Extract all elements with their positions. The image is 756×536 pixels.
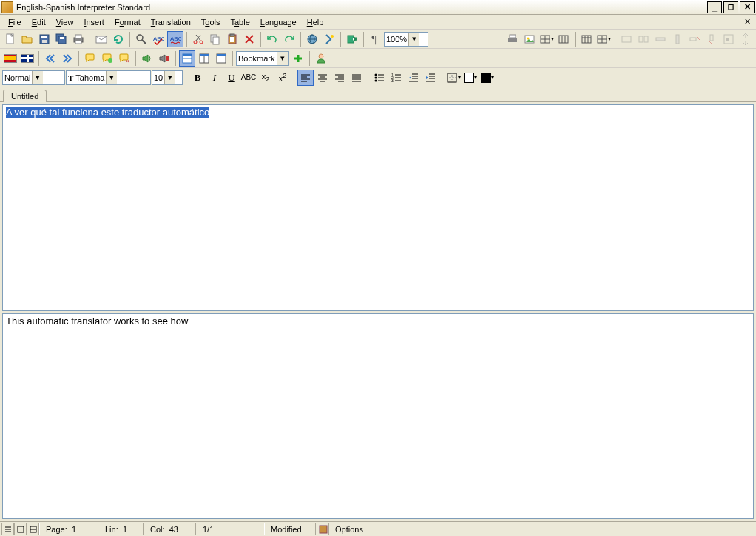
align-center-button[interactable] [314, 70, 331, 86]
svg-text:ABC: ABC [170, 36, 181, 42]
menu-translation[interactable]: Translation [146, 16, 196, 28]
skip-back-button[interactable] [42, 50, 58, 67]
font-color-button[interactable]: ▾ [479, 70, 496, 86]
superscript-button[interactable]: x2 [274, 70, 291, 86]
borders-button[interactable]: ▾ [445, 70, 462, 86]
outdent-button[interactable] [405, 70, 422, 86]
font-combo[interactable]: T Tahoma ▾ [66, 70, 151, 85]
numbering-button[interactable]: 123 [388, 70, 405, 86]
indent-button[interactable] [422, 70, 439, 86]
english-flag-button[interactable] [19, 50, 36, 67]
bullets-button[interactable] [371, 70, 388, 86]
fontsize-combo[interactable]: 10 ▾ [152, 70, 183, 85]
spanish-flag-button[interactable] [2, 50, 18, 67]
chat1-button[interactable] [82, 50, 98, 67]
copy-button[interactable] [207, 31, 223, 47]
cut-button[interactable] [190, 31, 206, 47]
target-editor[interactable]: This automatic translator works to see h… [2, 313, 754, 520]
find-button[interactable] [133, 31, 149, 47]
strikethrough-button[interactable]: ABC [240, 70, 257, 86]
status-options[interactable]: Options [329, 523, 754, 535]
close-window-button[interactable]: ✕ [740, 1, 755, 13]
autospell-button[interactable]: ABC [167, 31, 183, 47]
menu-table[interactable]: Table [225, 16, 254, 28]
svg-rect-2 [41, 36, 47, 38]
menu-view[interactable]: View [51, 16, 79, 28]
paste-button[interactable] [224, 31, 240, 47]
skip-forward-button[interactable] [59, 50, 75, 67]
svg-rect-52 [656, 38, 665, 41]
print-preview-button[interactable] [504, 31, 521, 47]
single-pane-button[interactable] [213, 50, 229, 67]
print-button[interactable] [70, 31, 87, 47]
underline-button[interactable]: U [223, 70, 240, 86]
close-document-button[interactable]: ✕ [741, 16, 753, 28]
fontsize-value: 10 [154, 73, 163, 82]
maximize-button[interactable]: ❐ [723, 1, 738, 13]
redo-button[interactable] [281, 31, 297, 47]
options-icon-button[interactable] [317, 523, 329, 535]
align-justify-button[interactable] [348, 70, 365, 86]
svg-point-94 [375, 79, 377, 81]
new-document-button[interactable] [2, 31, 18, 47]
chat2-button[interactable] [99, 50, 115, 67]
paragraph-button[interactable]: ¶ [367, 31, 383, 47]
highlight-color-button[interactable]: ▾ [462, 70, 479, 86]
source-editor[interactable]: A ver qué tal funciona este traductor au… [2, 104, 754, 311]
translate-button[interactable] [304, 31, 320, 47]
image-button[interactable] [522, 31, 538, 47]
chat3-button[interactable]: × [116, 50, 132, 67]
zoom-combo[interactable]: 100% ▾ [384, 32, 428, 47]
italic-button[interactable]: I [206, 70, 223, 86]
stop-speak-button[interactable] [156, 50, 172, 67]
menu-file[interactable]: File [3, 16, 27, 28]
open-button[interactable] [19, 31, 36, 47]
refresh-button[interactable] [110, 31, 126, 47]
svg-rect-3 [42, 40, 47, 43]
svg-rect-33 [510, 35, 516, 38]
menu-format[interactable]: Format [109, 16, 146, 28]
subscript-button[interactable]: x2 [257, 70, 274, 86]
spellcheck-button[interactable]: ABC [150, 31, 166, 47]
user-button[interactable] [313, 50, 329, 67]
align-left-button[interactable] [297, 70, 314, 86]
table-button[interactable] [578, 31, 595, 47]
merge-cells-button [618, 31, 635, 47]
split-vertical-button[interactable] [196, 50, 212, 67]
svg-rect-32 [508, 38, 517, 42]
svg-text:ABC: ABC [153, 36, 164, 42]
align-right-button[interactable] [331, 70, 348, 86]
grid2-button[interactable] [556, 31, 572, 47]
menu-tools[interactable]: Tools [196, 16, 226, 28]
add-bookmark-button[interactable] [290, 50, 306, 67]
menu-edit[interactable]: Edit [27, 16, 51, 28]
svg-rect-51 [644, 36, 648, 42]
translate-selection-button[interactable] [321, 31, 337, 47]
view-mode-3-button[interactable] [27, 523, 39, 535]
minimize-button[interactable]: _ [707, 1, 722, 13]
svg-line-57 [709, 41, 712, 44]
svg-rect-53 [676, 35, 679, 44]
view-mode-2-button[interactable] [14, 523, 27, 535]
svg-rect-70 [217, 54, 226, 56]
export-button[interactable] [344, 31, 360, 47]
grid1-button[interactable]: ▾ [539, 31, 555, 47]
menu-language[interactable]: Language [255, 16, 302, 28]
save-button[interactable] [36, 31, 53, 47]
delete-button[interactable] [241, 31, 257, 47]
menu-insert[interactable]: Insert [78, 16, 109, 28]
document-tab[interactable]: Untitled [3, 90, 47, 102]
mail-button[interactable] [93, 31, 109, 47]
speak-button[interactable] [139, 50, 155, 67]
menu-help[interactable]: Help [302, 16, 329, 28]
bold-button[interactable]: B [189, 70, 206, 86]
table2-button[interactable]: ▾ [595, 31, 612, 47]
save-all-button[interactable] [53, 31, 70, 47]
style-combo[interactable]: Normal ▾ [2, 70, 65, 85]
split-horizontal-button[interactable] [179, 50, 195, 67]
editor-container: A ver qué tal funciona este traductor au… [0, 102, 756, 521]
bookmark-combo[interactable]: Bookmark ▾ [236, 51, 289, 66]
undo-button[interactable] [264, 31, 280, 47]
split-cells-button [635, 31, 652, 47]
view-mode-1-button[interactable] [1, 523, 14, 535]
